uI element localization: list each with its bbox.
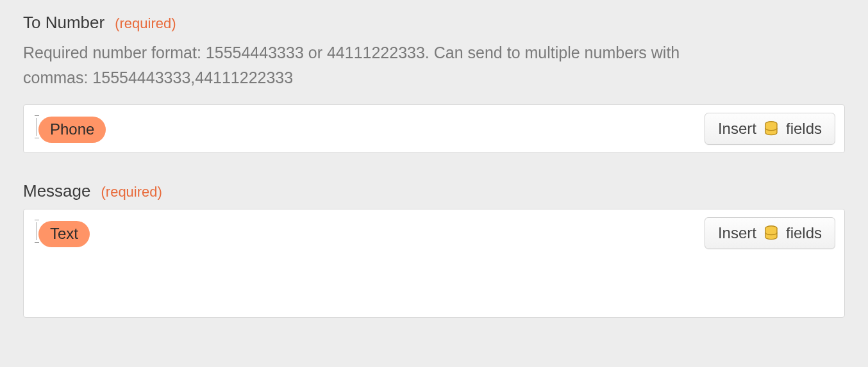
mapped-field-pill-phone[interactable]: Phone (38, 117, 106, 143)
mapped-field-pill-text[interactable]: Text (38, 221, 90, 247)
insert-label-prefix: Insert (718, 224, 756, 242)
field-to-number: To Number (required) Required number for… (23, 13, 845, 153)
text-cursor (37, 118, 37, 136)
insert-fields-button[interactable]: Insert fields (705, 113, 835, 145)
insert-label-prefix: Insert (718, 120, 756, 138)
pill-area[interactable]: Phone (33, 113, 698, 143)
field-label-message: Message (23, 181, 91, 201)
database-icon (764, 225, 778, 241)
message-input[interactable]: Text Insert fields (23, 209, 845, 318)
text-cursor (37, 222, 37, 240)
insert-fields-button[interactable]: Insert fields (705, 217, 835, 249)
field-message: Message (required) Text Insert fields (23, 181, 845, 318)
database-icon (764, 121, 778, 136)
field-label-to-number: To Number (23, 13, 104, 33)
pill-area[interactable]: Text (33, 217, 698, 247)
help-text-to-number: Required number format: 15554443333 or 4… (23, 40, 703, 90)
field-label-row: Message (required) (23, 181, 845, 201)
to-number-input[interactable]: Phone Insert fields (23, 104, 845, 153)
insert-label-suffix: fields (786, 120, 822, 138)
field-label-row: To Number (required) (23, 13, 845, 33)
required-tag: (required) (115, 15, 176, 32)
required-tag: (required) (101, 184, 162, 200)
insert-label-suffix: fields (786, 224, 822, 242)
